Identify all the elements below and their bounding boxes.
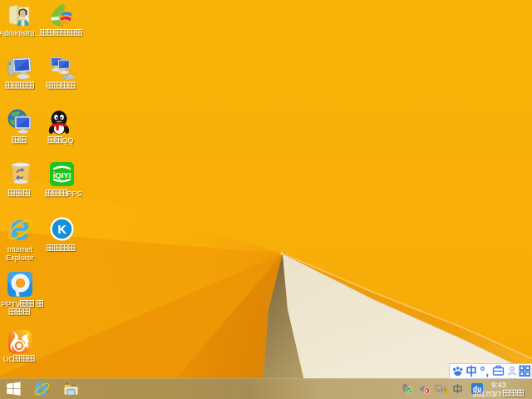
svg-text:Internet: Internet: [7, 245, 33, 254]
svg-text:9:43: 9:43: [491, 381, 506, 389]
svg-text:Administra...: Administra...: [0, 29, 41, 37]
svg-text:PPTV: PPTV: [1, 300, 21, 308]
svg-text:K: K: [57, 223, 66, 236]
svg-text:,: ,: [485, 366, 489, 378]
svg-text:PPS: PPS: [66, 190, 81, 198]
svg-text:2017/3/7: 2017/3/7: [472, 390, 501, 398]
svg-text:UC: UC: [3, 355, 14, 363]
svg-text:QQ: QQ: [62, 136, 73, 145]
svg-text:e: e: [35, 374, 48, 399]
svg-text:e: e: [9, 206, 30, 249]
svg-text:Explorer: Explorer: [6, 254, 34, 262]
svg-text:iQIYI: iQIYI: [53, 170, 71, 180]
